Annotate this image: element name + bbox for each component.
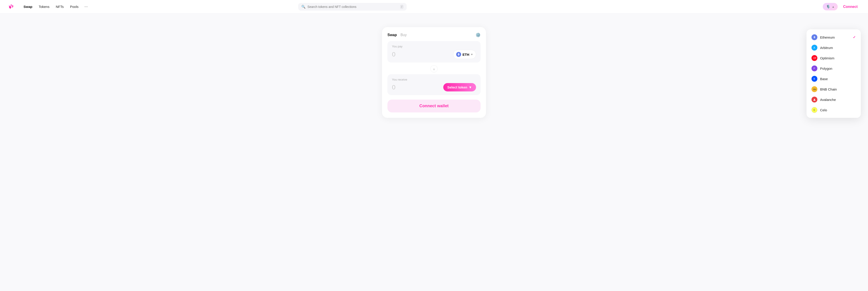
you-receive-label: You receive — [392, 78, 476, 81]
you-pay-row: 0 ETH ▼ — [392, 50, 476, 59]
you-pay-label: You pay — [392, 45, 476, 48]
swap-direction-button[interactable]: ↓ — [430, 65, 438, 72]
network-item-optimism[interactable]: OP Optimism — [807, 53, 861, 63]
select-token-chevron-icon: ▼ — [469, 85, 472, 89]
swap-arrow-row: ↓ — [388, 64, 480, 74]
nav-pools[interactable]: Pools — [67, 3, 81, 10]
svg-text:OP: OP — [813, 57, 816, 59]
optimism-label: Optimism — [820, 56, 856, 60]
nav-links: Swap Tokens NFTs Pools ··· — [21, 3, 90, 10]
eth-label: ETH — [463, 52, 469, 57]
arrow-down-icon: ↓ — [433, 67, 435, 71]
bnb-label: BNB Chain — [820, 87, 856, 91]
avalanche-icon — [811, 97, 817, 103]
bnb-icon: BNB — [811, 86, 817, 92]
navbar-right: 🎙️ ▲ Connect — [823, 3, 861, 10]
you-pay-amount[interactable]: 0 — [392, 51, 396, 58]
polygon-icon: P — [811, 66, 817, 71]
swap-card: Swap Buy ⚙️ You pay 0 ETH ▼ — [382, 27, 486, 118]
optimism-icon: OP — [811, 55, 817, 61]
eth-chevron-icon: ▼ — [471, 53, 473, 56]
ethereum-label: Ethereum — [820, 35, 850, 39]
settings-button[interactable]: ⚙️ — [475, 33, 480, 37]
svg-text:P: P — [813, 67, 815, 70]
svg-point-2 — [10, 4, 12, 6]
arbitrum-icon: A — [811, 45, 817, 50]
you-receive-box: You receive 0 Select token ▼ — [388, 74, 480, 95]
network-item-bnb[interactable]: BNB BNB Chain — [807, 84, 861, 95]
nav-swap[interactable]: Swap — [21, 3, 35, 10]
celo-icon: C — [811, 107, 817, 113]
you-receive-row: 0 Select token ▼ — [392, 83, 476, 92]
search-bar[interactable]: 🔍 / — [298, 3, 407, 11]
base-icon: B — [811, 76, 817, 82]
network-item-avalanche[interactable]: Avalanche — [807, 95, 861, 105]
nav-tokens[interactable]: Tokens — [36, 3, 52, 10]
tab-buy[interactable]: Buy — [401, 33, 407, 37]
connect-wallet-button[interactable]: Connect wallet — [388, 100, 480, 112]
svg-point-3 — [8, 5, 10, 6]
svg-text:C: C — [813, 109, 815, 111]
tab-swap[interactable]: Swap — [388, 33, 397, 37]
network-selector-button[interactable]: 🎙️ ▲ — [823, 3, 838, 10]
arbitrum-label: Arbitrum — [820, 46, 856, 50]
swap-card-header: Swap Buy ⚙️ — [388, 33, 480, 37]
main-content: Swap Buy ⚙️ You pay 0 ETH ▼ — [0, 13, 868, 118]
base-label: Base — [820, 77, 856, 81]
swap-tabs: Swap Buy — [388, 33, 407, 37]
select-token-button[interactable]: Select token ▼ — [443, 83, 476, 92]
celo-label: Celo — [820, 108, 856, 112]
logo[interactable] — [7, 3, 16, 11]
search-icon: 🔍 — [301, 5, 306, 9]
navbar: Swap Tokens NFTs Pools ··· 🔍 / 🎙️ ▲ Conn… — [0, 0, 868, 13]
network-item-arbitrum[interactable]: A Arbitrum — [807, 42, 861, 53]
svg-text:BNB: BNB — [813, 88, 816, 90]
network-item-celo[interactable]: C Celo — [807, 105, 861, 115]
network-item-ethereum[interactable]: Ethereum ✓ — [807, 32, 861, 42]
avalanche-label: Avalanche — [820, 98, 856, 102]
connect-button[interactable]: Connect — [840, 3, 861, 10]
network-item-base[interactable]: B Base — [807, 74, 861, 84]
nav-more[interactable]: ··· — [82, 3, 90, 10]
svg-text:A: A — [813, 46, 815, 49]
search-shortcut: / — [400, 5, 403, 9]
network-icon: 🎙️ — [826, 4, 831, 9]
polygon-label: Polygon — [820, 67, 856, 70]
select-token-label: Select token — [447, 85, 467, 89]
nav-nfts[interactable]: NFTs — [53, 3, 66, 10]
svg-text:B: B — [813, 78, 815, 80]
search-input[interactable] — [307, 5, 398, 9]
chevron-up-icon: ▲ — [832, 5, 835, 8]
network-item-polygon[interactable]: P Polygon — [807, 63, 861, 74]
ethereum-icon — [811, 34, 817, 40]
eth-token-selector[interactable]: ETH ▼ — [453, 50, 476, 59]
network-dropdown: Ethereum ✓ A Arbitrum OP Optimism P Poly… — [807, 29, 861, 118]
you-pay-box: You pay 0 ETH ▼ — [388, 41, 480, 63]
ethereum-checkmark: ✓ — [853, 35, 856, 39]
you-receive-amount[interactable]: 0 — [392, 84, 396, 91]
